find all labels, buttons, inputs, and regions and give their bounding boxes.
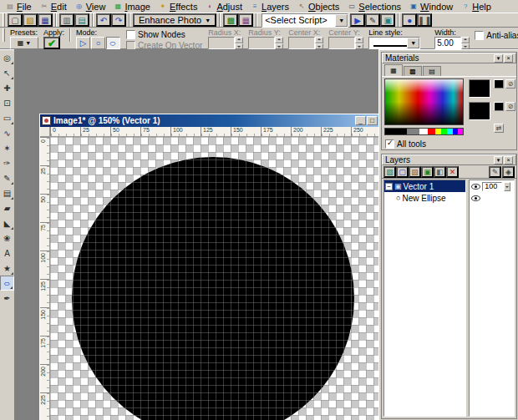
width-spinner[interactable]	[461, 37, 470, 49]
run-script-icon[interactable]: ▶	[350, 13, 365, 27]
spin-up-icon[interactable]	[315, 37, 323, 43]
parameter-input[interactable]	[328, 37, 355, 49]
save-image-icon[interactable]: ▦	[38, 13, 53, 27]
materials-frame-tab[interactable]: ▦	[384, 64, 403, 76]
menu-item[interactable]: ▦ Image	[109, 0, 155, 13]
background-style-color-button[interactable]	[494, 102, 504, 111]
parameter-spinner[interactable]	[355, 37, 363, 49]
spin-up-icon[interactable]	[461, 37, 470, 43]
close-button[interactable]: ×	[504, 156, 513, 164]
parameter-spinner[interactable]	[315, 37, 323, 49]
edit-mode-button[interactable]: ▷	[76, 37, 90, 49]
anti-alias-option[interactable]: Anti-alias	[475, 30, 518, 40]
layer-opacity-value[interactable]: 100	[482, 182, 502, 191]
menu-item[interactable]: ▤ File	[2, 0, 36, 13]
spin-down-icon[interactable]	[355, 43, 363, 50]
spin-up-icon[interactable]	[235, 37, 243, 43]
parameter-input[interactable]	[248, 37, 275, 49]
text-tool[interactable]: A	[0, 245, 14, 261]
menu-item[interactable]: ✦ Effects	[155, 0, 201, 13]
paint-brush-tool[interactable]: ✎	[0, 170, 14, 185]
pause-script-recording-icon[interactable]: ❚❚	[417, 13, 432, 27]
rollup-button[interactable]: ▾	[494, 156, 503, 164]
layers-titlebar[interactable]: Layers ▾×	[382, 154, 516, 165]
flood-fill-tool[interactable]: ◣	[0, 215, 14, 230]
parameter-spinner[interactable]	[275, 37, 283, 49]
spin-down-icon[interactable]	[315, 43, 323, 50]
new-mask-layer-icon[interactable]: ◧	[434, 166, 446, 178]
menu-item[interactable]: ▣ Window	[405, 0, 457, 13]
presets-dropdown[interactable]: ▦▼	[10, 37, 38, 49]
spin-up-icon[interactable]	[355, 37, 363, 43]
background-transparent-button[interactable]: ⊘	[505, 102, 515, 111]
pick-tool[interactable]: ↖	[0, 65, 14, 80]
materials-titlebar[interactable]: Materials ▾×	[382, 53, 516, 63]
ellipse-tool[interactable]: ○	[0, 276, 14, 291]
restore-button[interactable]: □	[367, 116, 378, 125]
move-tool[interactable]: ✚	[0, 80, 14, 95]
layer-row[interactable]: ○ New Ellipse	[384, 192, 465, 204]
pan-zoom-tool[interactable]: ◎	[0, 50, 14, 65]
layer-row[interactable]: ▣ Vector 1	[384, 180, 465, 192]
line-style-dropdown[interactable]: ▼	[368, 37, 420, 49]
menu-item[interactable]: ? Help	[457, 0, 495, 13]
new-vector-layer-icon[interactable]: ▢	[396, 166, 409, 178]
parameter-input[interactable]	[288, 37, 315, 49]
menu-item[interactable]: ◎ View	[71, 0, 110, 13]
scan-import-icon[interactable]: ▤	[74, 13, 89, 27]
apply-button[interactable]: ✔	[43, 37, 60, 49]
selection-tool[interactable]: ▭	[0, 110, 14, 125]
preset-shape-tool[interactable]: ★	[0, 261, 14, 276]
grid-toggle-icon[interactable]: ▦	[238, 13, 253, 27]
spin-down-icon[interactable]	[235, 43, 243, 50]
highlight-layer-icon[interactable]: ◈	[502, 166, 515, 178]
draw-circle-mode-button[interactable]: ○	[91, 37, 105, 49]
new-image-icon[interactable]: ▢	[8, 13, 23, 27]
width-input[interactable]: 5.00	[434, 37, 461, 49]
menu-item[interactable]: ◐ Adjust	[201, 0, 246, 13]
anti-alias-checkbox[interactable]	[475, 31, 484, 40]
toolbar-grip[interactable]	[3, 28, 5, 42]
eraser-tool[interactable]: ▰	[0, 200, 14, 215]
swap-colors-icon[interactable]: ⇄	[494, 124, 504, 133]
clone-brush-tool[interactable]: ▤	[0, 185, 14, 200]
delete-layer-icon[interactable]: ✕	[446, 166, 459, 178]
crop-tool[interactable]: ⊡	[0, 95, 14, 110]
menu-item[interactable]: ↖ Objects	[293, 0, 343, 13]
new-layer-group-icon[interactable]: ▣	[421, 166, 434, 178]
rollup-button[interactable]: ▾	[494, 54, 503, 63]
minimize-button[interactable]: _	[355, 116, 366, 125]
new-art-media-layer-icon[interactable]: ▨	[409, 166, 421, 178]
all-tools-option[interactable]: All tools	[382, 138, 516, 149]
foreground-transparent-button[interactable]: ⊘	[505, 79, 515, 89]
menu-item[interactable]: ▭ Selections	[343, 0, 405, 13]
layer-opacity-spinner[interactable]	[504, 182, 510, 191]
edit-selection-icon[interactable]: ✎	[489, 166, 501, 178]
parameter-spinner[interactable]	[235, 37, 243, 49]
edit-script-icon[interactable]: ✎	[365, 13, 380, 27]
parameter-input[interactable]	[208, 37, 235, 49]
dropper-tool[interactable]: ✑	[0, 155, 14, 170]
layer-visibility-eye-icon[interactable]	[471, 195, 480, 201]
menu-item[interactable]: ✂ Edit	[36, 0, 71, 13]
pen-tool[interactable]: ✒	[0, 291, 14, 306]
browse-images-icon[interactable]: ▩	[223, 13, 238, 27]
undo-icon[interactable]: ↶	[96, 13, 111, 27]
materials-rainbow-tab[interactable]: ▩	[404, 66, 422, 76]
color-picker-strip[interactable]	[384, 128, 464, 135]
enhance-photo-button[interactable]: Enhance Photo ▼	[133, 13, 216, 27]
foreground-style-color-button[interactable]	[494, 79, 504, 89]
draw-ellipse-mode-button[interactable]: ○	[106, 37, 120, 49]
spin-down-icon[interactable]	[461, 43, 470, 50]
materials-swatches-tab[interactable]: ▤	[423, 66, 441, 76]
script-select-combo[interactable]: <Select Script> ▼	[262, 13, 348, 28]
close-button[interactable]: ×	[504, 54, 513, 63]
chevron-down-icon[interactable]: ▼	[407, 38, 419, 48]
spin-up-icon[interactable]	[275, 37, 283, 43]
show-nodes-checkbox[interactable]	[126, 30, 135, 39]
toggle-script-output-icon[interactable]: ▣	[380, 13, 395, 27]
new-raster-layer-icon[interactable]: ▧	[383, 166, 396, 178]
redo-icon[interactable]: ↷	[111, 13, 126, 27]
magic-wand-tool[interactable]: ✶	[0, 140, 14, 155]
chevron-down-icon[interactable]: ▼	[335, 14, 348, 27]
